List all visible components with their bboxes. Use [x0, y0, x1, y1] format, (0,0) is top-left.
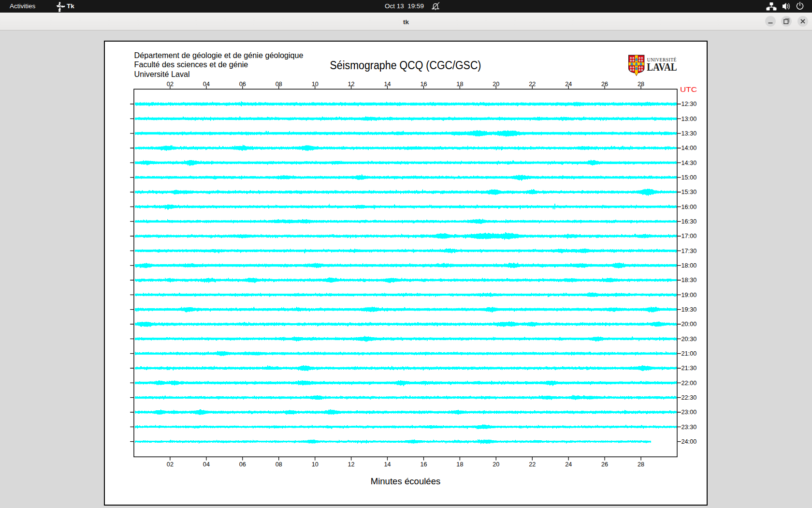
svg-text:16: 16 — [420, 461, 427, 468]
svg-text:Séismographe QCQ (CGC/GSC): Séismographe QCQ (CGC/GSC) — [330, 59, 481, 72]
svg-text:04: 04 — [203, 461, 210, 468]
svg-text:18:30: 18:30 — [682, 277, 697, 284]
svg-text:20: 20 — [493, 461, 499, 468]
svg-text:Université Laval: Université Laval — [134, 70, 190, 78]
svg-text:19:30: 19:30 — [682, 306, 697, 313]
svg-text:24:00: 24:00 — [682, 438, 697, 445]
svg-text:26: 26 — [601, 461, 608, 468]
svg-text:21:30: 21:30 — [682, 365, 697, 372]
svg-text:20:30: 20:30 — [682, 336, 697, 343]
svg-text:Minutes écoulées: Minutes écoulées — [371, 476, 441, 486]
svg-text:13:00: 13:00 — [682, 116, 697, 122]
svg-text:Département de géologie et de: Département de géologie et de génie géol… — [134, 51, 304, 60]
svg-text:16:30: 16:30 — [682, 218, 697, 225]
svg-text:23:30: 23:30 — [682, 424, 697, 431]
svg-text:17:30: 17:30 — [682, 248, 697, 254]
svg-text:17:00: 17:00 — [682, 233, 697, 239]
svg-text:14:00: 14:00 — [682, 145, 697, 151]
svg-text:22: 22 — [529, 461, 536, 468]
svg-text:12:30: 12:30 — [682, 101, 697, 107]
svg-text:15:00: 15:00 — [682, 174, 697, 181]
svg-text:18: 18 — [456, 461, 463, 468]
svg-text:10: 10 — [312, 461, 319, 468]
svg-text:UTC: UTC — [680, 86, 697, 93]
svg-text:13:30: 13:30 — [682, 130, 697, 137]
svg-text:23:00: 23:00 — [682, 409, 697, 416]
svg-text:14:30: 14:30 — [682, 160, 697, 166]
svg-text:02: 02 — [167, 461, 174, 468]
svg-text:21:00: 21:00 — [682, 350, 697, 357]
svg-text:28: 28 — [638, 461, 644, 468]
svg-text:16:00: 16:00 — [682, 204, 697, 210]
svg-text:08: 08 — [276, 461, 282, 468]
svg-text:19:00: 19:00 — [682, 292, 697, 299]
svg-text:06: 06 — [239, 461, 246, 468]
svg-text:20:00: 20:00 — [682, 321, 697, 328]
svg-text:22:30: 22:30 — [682, 394, 697, 401]
svg-text:LAVAL: LAVAL — [647, 60, 677, 73]
svg-text:18:00: 18:00 — [682, 262, 697, 269]
svg-text:14: 14 — [384, 461, 391, 468]
svg-text:12: 12 — [348, 461, 355, 468]
svg-text:Faculté des sciences et de gén: Faculté des sciences et de génie — [134, 60, 248, 69]
svg-text:24: 24 — [565, 461, 572, 468]
svg-text:15:30: 15:30 — [682, 189, 697, 195]
svg-text:22:00: 22:00 — [682, 380, 697, 387]
